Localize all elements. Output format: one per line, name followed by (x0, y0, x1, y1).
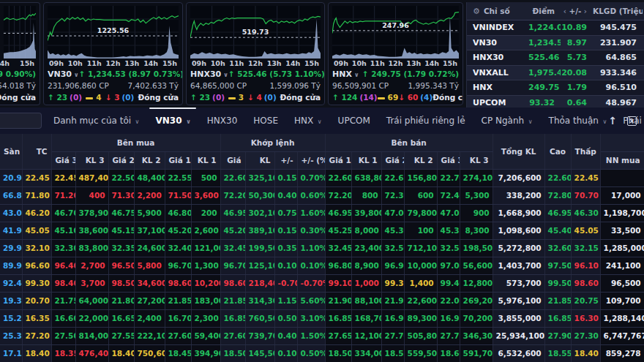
cell-kl[interactable]: 145,500 (245, 344, 274, 362)
cell-chg[interactable]: 0.15 (274, 222, 297, 239)
cell-gia[interactable]: 72.20 (220, 186, 245, 204)
cell-chg[interactable]: 1.15 (274, 292, 297, 309)
cell-gia2[interactable]: 21.80 (108, 292, 134, 309)
cell-kl1[interactable]: 2,600 (191, 222, 220, 239)
cell-sell-gia2[interactable]: 72.30 (381, 186, 404, 204)
cell-kl3[interactable]: 3,700 (75, 274, 108, 292)
cell-sell-kl2[interactable]: 10,000 (404, 257, 437, 274)
cell-kl2[interactable]: 5,900 (134, 204, 165, 222)
cell-sell-kl1[interactable]: 8,000 (351, 222, 381, 239)
cell-sell-kl3[interactable]: 5,300 (460, 186, 493, 204)
cell-sell-gia3[interactable]: 18.60 (437, 344, 460, 362)
cell-chg[interactable]: 0.50 (274, 309, 297, 327)
cell-sell-gia2[interactable]: 99.30 (381, 274, 404, 292)
cell-sell-kl3[interactable]: 274,100 (460, 169, 493, 186)
cell-sell-kl3[interactable]: 12,800 (460, 274, 493, 292)
cell-gia1[interactable]: 18.45 (165, 344, 191, 362)
cell-gia1[interactable]: 21.85 (165, 292, 191, 309)
gear-settings-icon[interactable]: ⚙ (473, 7, 480, 16)
cell-kl1[interactable]: 200 (191, 204, 220, 222)
cell-sell-gia1[interactable]: 32.45 (325, 239, 351, 257)
tab-upcom[interactable]: UPCOM (338, 116, 370, 126)
cell-sell-gia1[interactable]: 22.60 (325, 169, 351, 186)
cell-sell-gia2[interactable]: 18.55 (381, 344, 404, 362)
cell-sell-gia3[interactable]: 99.40 (437, 274, 460, 292)
cell-sell-kl3[interactable]: 56,600 (460, 257, 493, 274)
cell-sell-kl2[interactable]: 559,500 (404, 344, 437, 362)
cell-gia[interactable]: 22.60 (220, 169, 245, 186)
cell-chg[interactable]: 0.75 (274, 204, 297, 222)
tab-sector-stocks[interactable]: CP Ngành ∨ (482, 116, 533, 126)
cell-gia[interactable]: 45.20 (220, 222, 245, 239)
index-row-vn30[interactable]: VN301,234.538.97231.9077 (467, 36, 644, 51)
cell-sell-kl1[interactable]: 334,000 (351, 344, 381, 362)
cell-sell-kl3[interactable]: 70,200 (460, 309, 493, 327)
cell-sell-kl1[interactable]: 8,900 (351, 257, 381, 274)
cell-sell-gia1[interactable]: 18.50 (325, 344, 351, 362)
cell-kl2[interactable]: 34,600 (134, 274, 165, 292)
cell-chgpct[interactable]: 0.70% (297, 169, 325, 186)
cell-gia1[interactable]: 45.20 (165, 222, 191, 239)
cell-sell-gia2[interactable]: 32.50 (381, 239, 404, 257)
cell-sell-gia1[interactable]: 96.80 (325, 257, 351, 274)
cell-chgpct[interactable]: 1.50% (297, 327, 325, 344)
tab-private-bonds[interactable]: Trái phiếu riêng lẻ (386, 116, 465, 126)
cell-sell-kl2[interactable]: 79,800 (404, 204, 437, 222)
cell-gia2[interactable]: 46.75 (108, 204, 134, 222)
cell-kl[interactable]: 125,100 (245, 257, 274, 274)
cell-sell-gia2[interactable]: 21.95 (381, 292, 404, 309)
cell-sell-kl2[interactable]: 156,800 (404, 169, 437, 186)
cell-gia[interactable]: 27.60 (220, 327, 245, 344)
cell-sell-gia3[interactable]: 72.40 (437, 186, 460, 204)
cell-kl[interactable]: 218,400 (245, 274, 274, 292)
cell-sell-kl2[interactable]: 89,300 (404, 309, 437, 327)
cell-gia[interactable]: 18.50 (220, 344, 245, 362)
cell-gia[interactable]: 46.95 (220, 204, 245, 222)
cell-chg[interactable]: 0.40 (274, 327, 297, 344)
cell-gia2[interactable]: 27.55 (108, 327, 134, 344)
cell-kl2[interactable]: 48,400 (134, 169, 165, 186)
cell-kl3[interactable]: 38,600 (75, 222, 108, 239)
symbol-search-input[interactable] (0, 113, 42, 129)
cell-sell-gia3[interactable]: 22.70 (437, 169, 460, 186)
index-name-dropdown[interactable]: HNX∨ (332, 69, 359, 79)
cell-kl1[interactable]: 2,300 (191, 309, 220, 327)
cell-sell-gia1[interactable]: 99.10 (325, 274, 351, 292)
cell-sell-kl3[interactable]: 198,500 (460, 239, 493, 257)
cell-kl2[interactable]: 24,600 (134, 239, 165, 257)
cell-sell-gia2[interactable]: 27.70 (381, 327, 404, 344)
cell-gia1[interactable]: 98.60 (165, 274, 191, 292)
cell-gia2[interactable]: 32.35 (108, 239, 134, 257)
cell-sell-kl3[interactable]: 900 (460, 204, 493, 222)
next-column-icon[interactable]: › (581, 7, 587, 15)
index-row-vnindex[interactable]: VNINDEX1,224.0510.89945.47521 (467, 20, 644, 36)
cell-gia[interactable]: 16.85 (220, 309, 245, 327)
cell-kl1[interactable]: 1,300 (191, 257, 220, 274)
cell-sell-kl1[interactable]: 23,400 (351, 239, 381, 257)
cell-sell-gia2[interactable]: 96.90 (381, 257, 404, 274)
cell-sell-gia1[interactable]: 46.95 (325, 204, 351, 222)
cell-kl[interactable]: 199,500 (245, 239, 274, 257)
cell-kl1[interactable]: 183,000 (191, 292, 220, 309)
tab-hnx[interactable]: HNX ∨ (294, 116, 322, 126)
cell-gia3[interactable]: 22.45 (51, 169, 75, 186)
cell-kl2[interactable]: 37,100 (134, 222, 165, 239)
cell-gia[interactable]: 98.60 (220, 274, 245, 292)
cell-chgpct[interactable]: 5.60% (297, 292, 325, 309)
cell-sell-kl3[interactable]: 269,200 (460, 292, 493, 309)
index-row-hnx[interactable]: HNX249.751.7996.5101 (467, 80, 644, 96)
cell-sell-gia3[interactable]: 27.75 (437, 327, 460, 344)
cell-chgpct[interactable]: 1.10% (297, 239, 325, 257)
cell-sell-kl3[interactable]: 346,300 (460, 327, 493, 344)
cell-kl3[interactable]: 487,400 (75, 169, 108, 186)
cell-gia1[interactable]: 32.40 (165, 239, 191, 257)
cell-sell-kl3[interactable]: 8,300 (460, 222, 493, 239)
cell-kl2[interactable]: 27,200 (134, 292, 165, 309)
cell-gia1[interactable]: 27.60 (165, 327, 191, 344)
cell-chgpct[interactable]: 0.60% (297, 186, 325, 204)
cell-sell-gia1[interactable]: 45.25 (325, 222, 351, 239)
cell-gia1[interactable]: 46.80 (165, 204, 191, 222)
cell-sell-gia3[interactable]: 22.00 (437, 292, 460, 309)
cell-sell-kl3[interactable]: 591,700 (460, 344, 493, 362)
cell-gia2[interactable]: 16.65 (108, 309, 134, 327)
